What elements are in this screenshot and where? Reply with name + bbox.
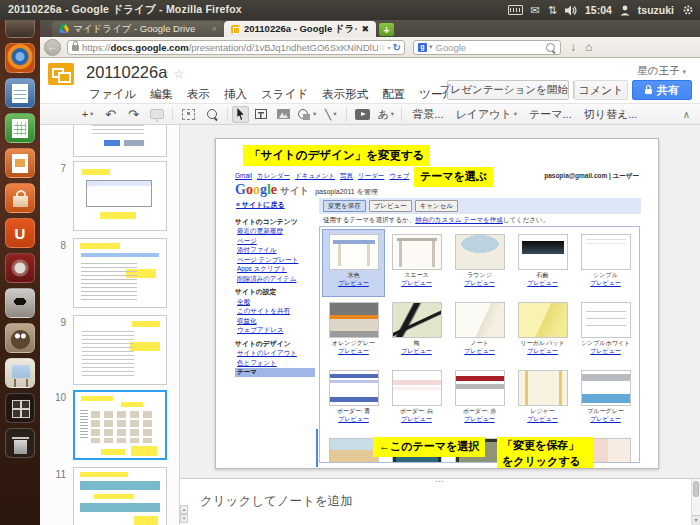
speaker-notes[interactable]: ⋯ クリックしてノートを追加 ▴ ▾ ▾ — [180, 478, 700, 525]
menu-ファイル[interactable]: ファイル — [82, 87, 143, 102]
scroll-up-icon[interactable]: ▴ — [180, 505, 188, 514]
easel-icon[interactable] — [5, 358, 35, 388]
account-menu[interactable]: 星の王子 ▾ — [637, 64, 686, 78]
writer-icon[interactable] — [5, 78, 35, 108]
calc-icon[interactable] — [5, 113, 35, 143]
menu-表示形式[interactable]: 表示形式 — [315, 87, 375, 102]
messaging-menu-icon[interactable]: ✉ — [531, 4, 540, 17]
theme-preview-link: プレビュー — [323, 416, 384, 424]
undo-button[interactable]: ↶ — [99, 106, 122, 123]
network-sync-icon[interactable]: ⇅ — [548, 4, 557, 17]
scroll-down-icon[interactable]: ▾ — [692, 515, 700, 525]
bookmark-star-icon[interactable]: ☆ — [378, 42, 386, 52]
workspaces-icon[interactable] — [5, 393, 35, 423]
search-engine-dropdown-icon[interactable]: ▾ — [429, 43, 433, 51]
session-gear-icon[interactable] — [682, 4, 694, 16]
zoom-button[interactable] — [200, 106, 223, 123]
annotation-title[interactable]: 「サイトのデザイン」を変更する — [243, 145, 430, 166]
home-icon[interactable]: ⌂ — [585, 40, 592, 54]
redo-button[interactable]: ↷ — [122, 106, 145, 123]
menu-スライド[interactable]: スライド — [254, 87, 315, 102]
lock-icon — [645, 89, 652, 94]
text-style-button[interactable]: あ▾ — [374, 106, 397, 123]
desktop-root: 20110226a - Google ドライブ - Mozilla Firefo… — [0, 0, 700, 525]
slide-canvas[interactable]: Gmailカレンダードキュメント写真リーダーウェブもっと見る ▼ pasopia… — [180, 125, 700, 478]
browser-tab[interactable]: マイドライブ - Google Drive× — [52, 21, 224, 37]
current-slide[interactable]: Gmailカレンダードキュメント写真リーダーウェブもっと見る ▼ pasopia… — [215, 138, 659, 469]
sites-sidebar-item: 削除済みのアイテム — [235, 274, 317, 283]
slide-thumbnail-9[interactable] — [73, 315, 167, 385]
insert-line-button[interactable]: ╲▾ — [319, 106, 342, 123]
notes-left-scroll-stub[interactable]: ▴ ▾ — [180, 505, 189, 525]
reload-icon[interactable]: ↻ — [393, 42, 401, 53]
share-button[interactable]: 共有 — [632, 80, 692, 100]
start-presentation-button[interactable]: プレゼンテーションを開始 ▾ — [447, 80, 569, 100]
scroll-down-icon[interactable]: ▾ — [180, 514, 188, 523]
background-button[interactable]: 背景... — [406, 106, 449, 123]
slide-thumbnail-partial[interactable] — [73, 125, 167, 157]
annotation-save-changes[interactable]: 「変更を保存」をクリックする — [497, 437, 593, 469]
sites-theme-cell: 水色プレビュー — [322, 229, 385, 297]
sites-sidebar-header: サイトの設定 — [235, 288, 317, 297]
inkscape-icon[interactable] — [5, 288, 35, 318]
search-icon[interactable] — [546, 43, 555, 52]
slides-logo-icon[interactable] — [48, 63, 74, 85]
close-icon[interactable]: × — [212, 24, 217, 34]
collapse-toolbar-icon[interactable]: ∧ — [683, 109, 690, 120]
insert-image-button[interactable] — [272, 106, 295, 123]
slide-thumbnail-7[interactable] — [73, 161, 167, 231]
notes-scrollbar[interactable]: ▾ — [691, 479, 700, 525]
keyboard-indicator-icon[interactable] — [508, 5, 523, 15]
settings-icon[interactable] — [5, 253, 35, 283]
document-title[interactable]: 20110226a☆ — [86, 63, 184, 82]
url-bar[interactable]: https://docs.google.com/presentation/d/1… — [67, 40, 405, 55]
slide-thumbnail-8[interactable] — [73, 238, 167, 308]
new-tab-button[interactable]: + — [379, 23, 394, 36]
search-engine-icon[interactable]: g — [418, 43, 427, 52]
volume-icon[interactable] — [565, 5, 577, 16]
sites-link: リーダー — [358, 172, 384, 180]
clock[interactable]: 15:04 — [585, 4, 612, 16]
theme-button[interactable]: テーマ... — [523, 106, 578, 123]
ubuntuone-icon[interactable]: U — [5, 218, 35, 248]
firefox-icon[interactable] — [5, 43, 35, 73]
comments-button[interactable]: コメント — [574, 80, 628, 100]
downloads-icon[interactable]: ↓ — [570, 40, 576, 54]
notes-splitter-handle[interactable]: ⋯ — [435, 476, 445, 486]
slide-thumbnail-10[interactable] — [73, 390, 167, 460]
transition-button[interactable]: 切り替え... — [578, 106, 644, 123]
menu-配置[interactable]: 配置 — [375, 87, 412, 102]
layout-button[interactable]: レイアウト▾ — [449, 106, 523, 123]
user-icon[interactable] — [620, 5, 630, 16]
close-icon[interactable]: ✖ — [361, 24, 369, 34]
insert-video-button[interactable] — [351, 106, 374, 123]
sites-account-text: pasopia@gmail.com | ユーザー — [544, 172, 639, 180]
sites-theme-cell: 梅プレビュー — [385, 297, 448, 365]
new-slide-button[interactable]: +▾ — [76, 106, 99, 123]
text-box-button[interactable] — [249, 106, 272, 123]
trash-icon[interactable] — [5, 428, 35, 458]
softwarecenter-icon[interactable] — [5, 183, 35, 213]
user-menu[interactable]: tsuzuki — [638, 4, 674, 16]
paint-format-button[interactable] — [145, 106, 168, 123]
select-tool-button[interactable] — [232, 106, 249, 123]
gimp-icon[interactable] — [5, 323, 35, 353]
annotation-select-theme[interactable]: ←このテーマを選択 — [373, 437, 485, 457]
url-dropdown-icon[interactable]: ▾ — [388, 44, 391, 51]
sites-theme-cell: ボーダー: 赤プレビュー — [448, 365, 511, 433]
annotation-pick-theme[interactable]: テーマを選ぶ — [414, 167, 493, 187]
insert-shape-button[interactable]: ▾ — [295, 106, 319, 123]
menu-挿入[interactable]: 挿入 — [217, 87, 254, 102]
browser-tab[interactable]: 20110226a - Google ドライブ✖ — [224, 21, 376, 37]
slide-thumbnail-11[interactable] — [73, 467, 167, 525]
search-bar[interactable]: g ▾ Google — [413, 40, 561, 55]
star-document-icon[interactable]: ☆ — [173, 67, 184, 81]
back-button[interactable]: ← — [44, 39, 61, 56]
zoom-fit-button[interactable] — [177, 106, 200, 123]
menu-編集[interactable]: 編集 — [143, 87, 180, 102]
slides-favicon-icon — [231, 25, 240, 34]
launcher-item-partial[interactable] — [5, 20, 35, 38]
scrollbar-thumb[interactable] — [693, 481, 699, 497]
menu-表示[interactable]: 表示 — [180, 87, 217, 102]
impress-icon[interactable] — [5, 148, 35, 178]
